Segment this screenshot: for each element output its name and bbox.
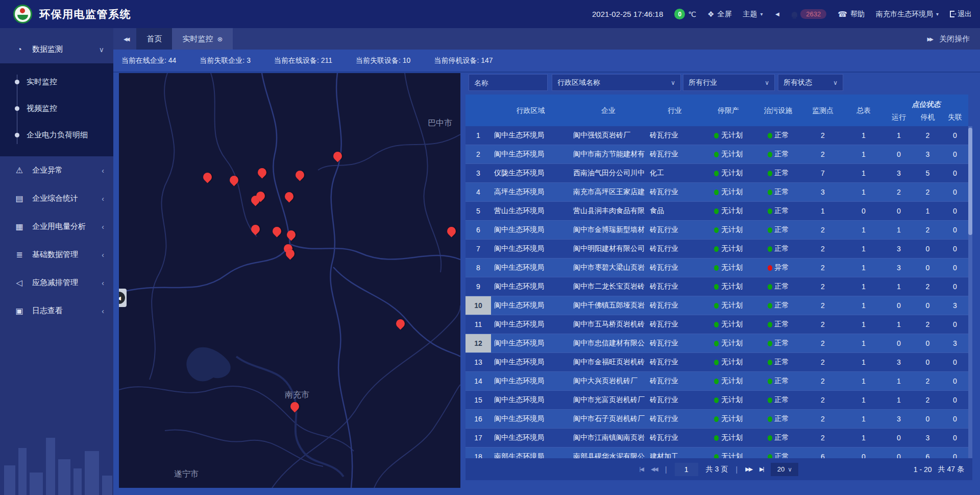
collapse-arrow-icon[interactable]: ◀ <box>119 292 125 304</box>
status-dot-icon <box>768 227 772 233</box>
column-header-company: 企业 <box>570 95 647 126</box>
table-row[interactable]: 14阆中生态环境局阆中大兴页岩机砖厂砖瓦行业无计划正常21120 <box>465 372 968 391</box>
row-index: 3 <box>465 164 491 182</box>
table-row[interactable]: 12阆中生态环境局阆中市忠信建材有限公砖瓦行业无计划正常21003 <box>465 334 968 353</box>
table-row[interactable]: 9阆中生态环境局阆中市二龙长宝页岩砖砖瓦行业无计划正常21120 <box>465 277 968 296</box>
stats-icon: ▤ <box>14 194 24 203</box>
status-dot-icon <box>768 265 772 271</box>
table-row[interactable]: 7阆中生态环境局阆中明阳建材有限公司砖瓦行业无计划正常21300 <box>465 240 968 258</box>
gauge-icon: ◔ <box>14 45 24 54</box>
sidebar-subitem[interactable]: 视频监控 <box>0 95 113 122</box>
name-filter-input[interactable] <box>469 74 548 91</box>
monitor-panel: 行政区域名称 ∨ 所有行业 ∨ 所有状态 ∨ 行政区域 企业 行业 停限产 治污… <box>465 72 972 480</box>
sidebar-item-label: 数据监测 <box>32 44 63 54</box>
sidebar-item-label: 应急减排管理 <box>32 278 78 288</box>
status-dot-icon <box>714 152 719 157</box>
status-select-value: 所有状态 <box>783 78 812 87</box>
sidebar-item-label: 企业综合统计 <box>32 194 78 203</box>
close-operations-button[interactable]: 关闭操作 <box>939 34 970 44</box>
table-row[interactable]: 3仪陇生态环境局西南油气田分公司川中化工无计划正常71350 <box>465 164 968 183</box>
industry-select[interactable]: 所有行业 ∨ <box>683 74 775 91</box>
topbar-actions: 2021-02-25 17:46:18 0 ℃ ❖ 全屏 主题 ▾ ◄ 2632… <box>592 9 972 19</box>
table-row[interactable]: 5营山生态环境局营山县润丰肉食品有限食品无计划正常10010 <box>465 202 968 221</box>
user-dropdown[interactable]: 南充市生态环境局 ▾ <box>876 10 939 19</box>
pagination-divider: | <box>736 465 738 474</box>
tabbar: ◀◀ 首页实时监控⊗ ▶▶ 关闭操作 <box>113 28 980 50</box>
cell-limit-status: 无计划 <box>703 202 754 220</box>
cell-region: 高坪生态环境局 <box>491 183 570 201</box>
chevron-down-icon: ▾ <box>936 11 939 17</box>
row-index: 14 <box>465 372 491 390</box>
facility-text: 正常 <box>775 131 789 140</box>
cell-industry: 砖瓦行业 <box>647 315 703 334</box>
sidebar-item[interactable]: ◁应急减排管理‹ <box>0 269 113 297</box>
help-button[interactable]: ☎ 帮助 <box>838 10 865 19</box>
tab-close-icon[interactable]: ⊗ <box>217 35 223 43</box>
column-group-point-status: 点位状态 运行 停机 失联 <box>884 95 968 126</box>
prev-page-button[interactable]: ◀◀ <box>651 466 657 473</box>
sidebar-item[interactable]: ≣基础数据管理‹ <box>0 241 113 269</box>
table-row[interactable]: 1阆中生态环境局阆中强锐页岩砖厂砖瓦行业无计划正常21120 <box>465 126 968 145</box>
cell-region: 阆中生态环境局 <box>491 221 570 239</box>
cell-stopped-count: 0 <box>914 353 942 371</box>
fullscreen-button[interactable]: ❖ 全屏 <box>707 10 731 19</box>
exit-button[interactable]: 退出 <box>950 10 972 19</box>
table-row[interactable]: 2阆中生态环境局阆中市南方节能建材有砖瓦行业无计划正常21030 <box>465 145 968 164</box>
tabs-scroll-right-icon[interactable]: ▶▶ <box>927 36 932 42</box>
status-dot-icon <box>714 360 719 365</box>
scrollbar-thumb[interactable] <box>968 128 972 235</box>
status-dot-icon <box>768 152 772 157</box>
tab-realtime[interactable]: 实时监控⊗ <box>172 28 233 50</box>
facility-text: 正常 <box>775 433 789 442</box>
sidebar-subitem[interactable]: 实时监控 <box>0 68 113 95</box>
facility-text: 正常 <box>775 225 789 234</box>
table-row[interactable]: 17阆中生态环境局阆中市江南镇阆南页岩砖瓦行业无计划正常21030 <box>465 429 968 447</box>
limit-text: 无计划 <box>721 395 743 405</box>
temperature-unit: ℃ <box>688 10 696 18</box>
sidebar-item[interactable]: ⚠企业异常‹ <box>0 156 113 184</box>
pagination-divider: | <box>665 465 667 474</box>
table-row[interactable]: 6阆中生态环境局阆中市金博瑞新型墙材砖瓦行业无计划正常21120 <box>465 221 968 240</box>
table-row[interactable]: 16阆中生态环境局阆中市石子页岩机砖厂砖瓦行业无计划正常21300 <box>465 410 968 429</box>
sidebar-subitem[interactable]: 企业电力负荷明细 <box>0 122 113 148</box>
chevron-down-icon: ∨ <box>99 45 104 54</box>
theme-dropdown[interactable]: 主题 ▾ <box>743 10 763 19</box>
map[interactable]: ◀ 巴中市南充市遂宁市 <box>119 73 460 488</box>
status-dot-icon <box>714 246 719 252</box>
table-scrollbar[interactable] <box>968 126 972 458</box>
table-row[interactable]: 8阆中生态环境局阆中市枣碧大梁山页岩砖瓦行业无计划异常21300 <box>465 258 968 277</box>
facility-text: 正常 <box>775 358 789 367</box>
table-row[interactable]: 11阆中生态环境局阆中市五马桥页岩机砖砖瓦行业无计划正常21120 <box>465 315 968 334</box>
tab-home[interactable]: 首页 <box>136 28 172 50</box>
cell-facility-status: 异常 <box>754 258 802 277</box>
region-select[interactable]: 行政区域名称 ∨ <box>552 74 681 91</box>
chevron-down-icon: ∨ <box>788 466 792 473</box>
cell-industry: 砖瓦行业 <box>647 183 703 201</box>
table-row[interactable]: 15阆中生态环境局阆中市光富页岩机砖厂砖瓦行业无计划正常21120 <box>465 391 968 410</box>
table-row[interactable]: 4高坪生态环境局南充市高坪区王家店建砖瓦行业无计划正常31220 <box>465 183 968 202</box>
cell-lost-count: 0 <box>942 258 968 277</box>
sidebar-item[interactable]: ▣日志查看‹ <box>0 297 113 325</box>
next-page-button[interactable]: ▶▶ <box>745 466 752 473</box>
sidebar-item[interactable]: ▤企业综合统计‹ <box>0 184 113 213</box>
sidebar-item[interactable]: ▦企业用电量分析‹ <box>0 213 113 241</box>
first-page-button[interactable]: |◀ <box>640 466 643 473</box>
cell-company: 南部县砚华水泥有限公 <box>570 447 647 458</box>
table-row[interactable]: 18南部生态环境局南部县砚华水泥有限公建材加工无计划正常60060 <box>465 447 968 458</box>
table-row[interactable]: 13阆中生态环境局阆中市金福旺页岩机砖砖瓦行业无计划正常21300 <box>465 353 968 372</box>
log-icon: ▣ <box>14 306 24 316</box>
page-number-input[interactable] <box>675 463 698 476</box>
last-page-button[interactable]: ▶| <box>760 466 763 473</box>
sidebar-item[interactable]: ◔数据监测∨ <box>0 35 113 63</box>
cell-region: 阆中生态环境局 <box>491 258 570 277</box>
status-dot-icon <box>768 341 772 346</box>
page-size-select[interactable]: 20 ∨ <box>771 463 798 476</box>
tabs-scroll-left-icon[interactable]: ◀◀ <box>124 36 128 42</box>
status-select[interactable]: 所有状态 ∨ <box>778 74 843 91</box>
cell-lost-count: 0 <box>942 202 968 220</box>
notification-area[interactable]: 2632 <box>792 9 826 19</box>
cell-company: 阆中市光富页岩机砖厂 <box>570 391 647 409</box>
speaker-icon[interactable]: ◄ <box>774 10 780 18</box>
cell-company: 阆中市枣碧大梁山页岩 <box>570 258 647 277</box>
table-row[interactable]: 10阆中生态环境局阆中千佛镇五郎垭页岩砖瓦行业无计划正常21003 <box>465 296 968 315</box>
